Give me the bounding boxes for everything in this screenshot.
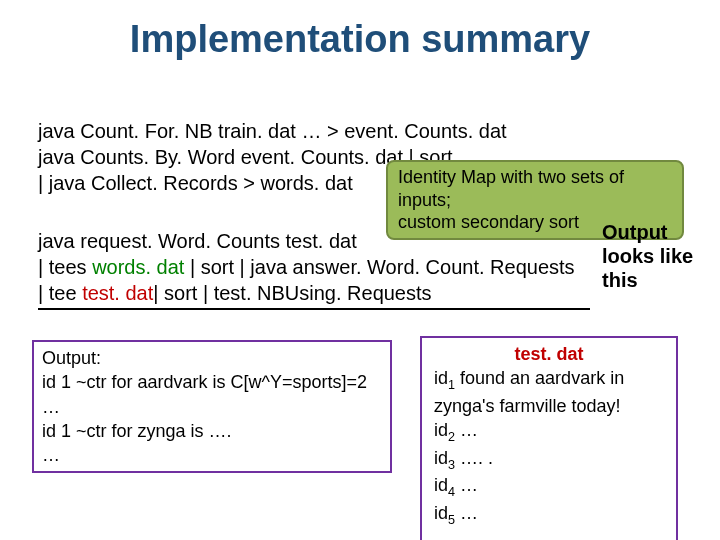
callout-line: Identity Map with two sets of inputs; <box>398 166 672 211</box>
output-line: id 1 ~ctr for zynga is …. <box>42 419 382 443</box>
callout-line: looks like <box>602 244 702 268</box>
callout-line: Output <box>602 220 702 244</box>
test-dat-box: test. dat id1 found an aardvark in zynga… <box>420 336 678 540</box>
text: | tees <box>38 256 92 278</box>
code-line: | tees words. dat | sort | java answer. … <box>38 254 590 280</box>
id-sub: 5 <box>448 513 455 527</box>
code-block-2: java request. Word. Counts test. dat | t… <box>38 228 590 310</box>
text: | tee <box>38 282 82 304</box>
row-text: … <box>455 503 478 523</box>
id-label: id <box>434 420 448 440</box>
test-dat-row: id2 … <box>434 418 664 446</box>
row-text: found an aardvark in zynga's farmville t… <box>434 368 624 416</box>
test-dat-row: . . <box>434 529 664 540</box>
row-text: …. . <box>455 448 493 468</box>
output-line: id 1 ~ctr for aardvark is C[w^Y=sports]=… <box>42 370 382 394</box>
id-sub: 1 <box>448 378 455 392</box>
callout-line: this <box>602 268 702 292</box>
id-sub: 2 <box>448 430 455 444</box>
row-text: … <box>455 420 478 440</box>
test-dat-row: id1 found an aardvark in zynga's farmvil… <box>434 366 664 418</box>
code-line: | tee test. dat| sort | test. NBUsing. R… <box>38 280 590 306</box>
slide: Implementation summary java Count. For. … <box>0 0 720 540</box>
output-line: … <box>42 443 382 467</box>
test-dat-row: id5 … <box>434 501 664 529</box>
slide-title: Implementation summary <box>0 18 720 61</box>
id-label: id <box>434 368 448 388</box>
text: | sort | java answer. Word. Count. Reque… <box>184 256 574 278</box>
output-box: Output: id 1 ~ctr for aardvark is C[w^Y=… <box>32 340 392 473</box>
test-dat-row: id4 … <box>434 473 664 501</box>
id-label: id <box>434 475 448 495</box>
text: | sort | test. NBUsing. Requests <box>153 282 431 304</box>
callout-output-looks-like: Output looks like this <box>602 220 702 292</box>
id-sub: 4 <box>448 485 455 499</box>
code-line: java Count. For. NB train. dat … > event… <box>38 118 678 144</box>
id-label: id <box>434 503 448 523</box>
output-line: … <box>42 395 382 419</box>
id-label: id <box>434 448 448 468</box>
code-line: java request. Word. Counts test. dat <box>38 228 590 254</box>
test-dat-header: test. dat <box>434 342 664 366</box>
highlight-words-dat: words. dat <box>92 256 184 278</box>
highlight-test-dat: test. dat <box>82 282 153 304</box>
test-dat-row: id3 …. . <box>434 446 664 474</box>
row-text: … <box>455 475 478 495</box>
output-line: Output: <box>42 346 382 370</box>
id-sub: 3 <box>448 457 455 471</box>
